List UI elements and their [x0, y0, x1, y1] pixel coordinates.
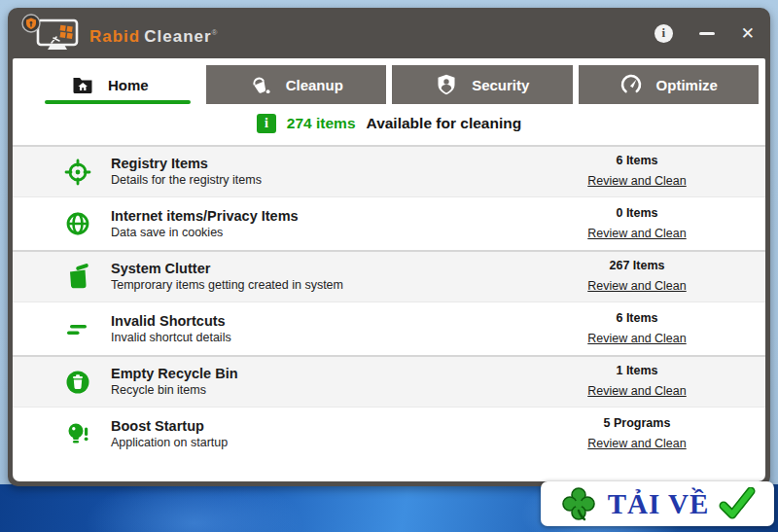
row-right: 6 Items Review and Clean [551, 310, 723, 347]
row-system-clutter[interactable]: System Clutter Temprorary items getting … [13, 250, 765, 302]
brand-name: RabidCleaner® [89, 28, 219, 53]
row-subtitle: Temprorary items getting created in syst… [111, 277, 551, 293]
close-button[interactable]: ✕ [741, 25, 755, 42]
shield-person-icon [435, 73, 458, 96]
brand-primary: Rabid [89, 27, 140, 46]
tab-home[interactable]: Home [19, 65, 200, 104]
row-empty-recycle-bin[interactable]: Empty Recycle Bin Recycle bin items 1 It… [13, 355, 765, 408]
window-controls: i ✕ [654, 24, 755, 43]
row-title: Invalid Shortcuts [111, 312, 551, 330]
row-title: Internet items/Privacy Items [111, 207, 551, 225]
trash-icon [63, 263, 92, 292]
row-right: 5 Programs Review and Clean [551, 415, 723, 452]
row-count: 267 Items [551, 258, 723, 274]
row-right: 0 Items Review and Clean [551, 205, 723, 242]
review-and-clean-link[interactable]: Review and Clean [587, 278, 686, 295]
row-right: 267 Items Review and Clean [551, 258, 723, 295]
row-title: Registry Items [111, 155, 551, 172]
summary-line: i 274 items Available for cleaning [13, 104, 765, 143]
row-text: Empty Recycle Bin Recycle bin items [111, 365, 551, 398]
registered-mark: ® [212, 28, 219, 37]
home-folder-icon [71, 73, 94, 96]
row-subtitle: Invalid shortcut details [111, 330, 551, 345]
row-subtitle: Application on startup [111, 435, 551, 450]
row-subtitle: Details for the registry items [111, 172, 551, 188]
review-and-clean-link[interactable]: Review and Clean [587, 226, 686, 242]
cleaning-list: Registry Items Details for the registry … [13, 145, 765, 460]
app-window: RabidCleaner® i ✕ Home [8, 8, 770, 486]
content-area: Home Cleanup Security [13, 58, 765, 481]
summary-label: Available for cleaning [367, 115, 522, 132]
review-and-clean-link[interactable]: Review and Clean [587, 173, 686, 190]
download-label: TẢI VỀ [608, 490, 710, 518]
row-text: Boost Startup Application on startup [111, 417, 551, 450]
recycle-bin-icon [63, 368, 92, 397]
tab-label: Security [472, 77, 529, 93]
summary-count: 274 items [287, 115, 356, 132]
info-button[interactable]: i [654, 24, 673, 43]
clover-icon [559, 484, 598, 523]
titlebar: RabidCleaner® i ✕ [8, 8, 770, 58]
tab-bar: Home Cleanup Security [13, 58, 765, 104]
row-subtitle: Recycle bin items [111, 382, 551, 398]
review-and-clean-link[interactable]: Review and Clean [587, 383, 686, 400]
checkmark-icon [719, 487, 756, 520]
row-text: Registry Items Details for the registry … [111, 155, 551, 188]
tab-label: Home [108, 77, 149, 93]
row-count: 6 Items [551, 310, 723, 327]
tab-label: Cleanup [286, 77, 343, 93]
paint-bucket-icon [249, 73, 272, 96]
row-title: Empty Recycle Bin [111, 365, 551, 382]
minimize-button[interactable] [699, 32, 715, 35]
app-logo: RabidCleaner® [21, 14, 219, 53]
review-and-clean-link[interactable]: Review and Clean [587, 436, 686, 452]
lightbulb-icon [63, 419, 92, 448]
row-subtitle: Data save in cookies [111, 225, 551, 240]
row-right: 1 Items Review and Clean [551, 363, 723, 400]
row-invalid-shortcuts[interactable]: Invalid Shortcuts Invalid shortcut detai… [13, 302, 765, 355]
row-boost-startup[interactable]: Boost Startup Application on startup 5 P… [13, 408, 765, 460]
brand-secondary: Cleaner [144, 27, 211, 46]
row-right: 6 Items Review and Clean [551, 153, 723, 190]
row-text: Invalid Shortcuts Invalid shortcut detai… [111, 312, 551, 345]
target-icon [63, 158, 92, 187]
row-text: System Clutter Temprorary items getting … [111, 260, 551, 293]
tab-cleanup[interactable]: Cleanup [206, 65, 387, 104]
row-title: System Clutter [111, 260, 551, 277]
download-overlay[interactable]: TẢI VỀ [541, 481, 774, 526]
row-count: 5 Programs [551, 415, 723, 432]
globe-icon [63, 209, 92, 238]
row-title: Boost Startup [111, 417, 551, 435]
row-count: 1 Items [551, 363, 723, 379]
row-count: 0 Items [551, 205, 723, 222]
row-text: Internet items/Privacy Items Data save i… [111, 207, 551, 240]
info-badge-icon: i [257, 114, 276, 133]
tab-optimize[interactable]: Optimize [579, 65, 760, 104]
tab-label: Optimize [656, 77, 718, 93]
tab-security[interactable]: Security [392, 65, 573, 104]
monitor-logo-icon [21, 14, 84, 53]
review-and-clean-link[interactable]: Review and Clean [587, 331, 686, 347]
shortcut-bars-icon [63, 314, 92, 343]
row-registry-items[interactable]: Registry Items Details for the registry … [13, 145, 765, 197]
gauge-icon [619, 73, 643, 96]
row-internet-privacy-items[interactable]: Internet items/Privacy Items Data save i… [13, 197, 765, 250]
row-count: 6 Items [551, 153, 723, 169]
